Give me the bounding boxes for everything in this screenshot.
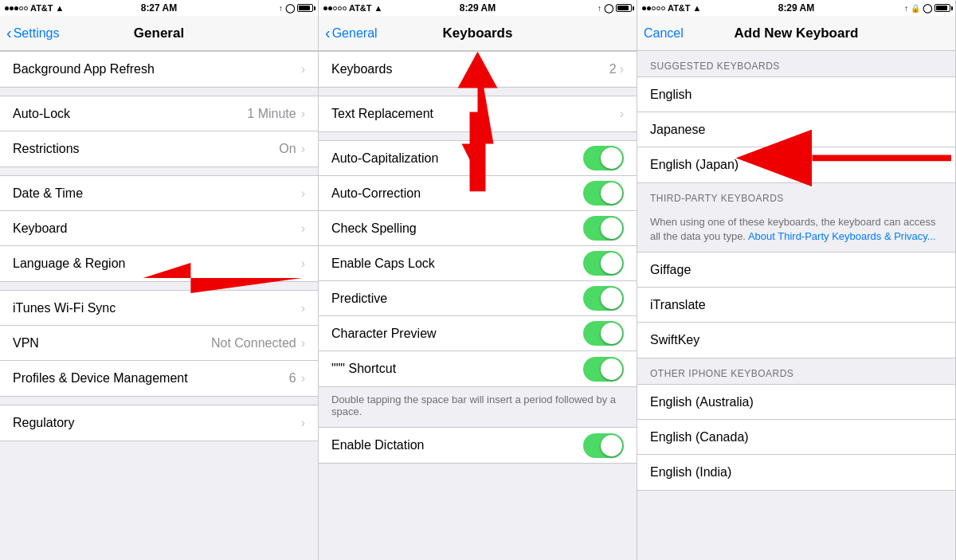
nav-bar-1: ‹ Settings General	[0, 16, 318, 51]
row-keyboard[interactable]: Keyboard ›	[0, 211, 318, 246]
row-english-canada[interactable]: English (Canada)	[637, 420, 955, 455]
row-date-time[interactable]: Date & Time ›	[0, 176, 318, 211]
nav-back-1[interactable]: ‹ Settings	[6, 25, 59, 41]
chevron-1c: ›	[301, 142, 305, 156]
row-caps-lock[interactable]: Enable Caps Lock	[319, 246, 637, 281]
row-giffage[interactable]: Giffage	[637, 253, 955, 288]
table-group-1c: Date & Time › Keyboard › Language & Regi…	[0, 175, 318, 282]
toggle-auto-cap[interactable]	[583, 146, 624, 170]
table-group-1b: Auto-Lock 1 Minute › Restrictions On ›	[0, 96, 318, 167]
chevron-2b: ›	[620, 107, 624, 121]
panel-keyboards: AT&T ▲ 8:29 AM ↑ ◯ ‹ General Keyboards K…	[319, 0, 637, 560]
toggle-knob-dictation	[601, 435, 622, 456]
status-time-2: 8:29 AM	[319, 2, 637, 14]
suggested-header: SUGGESTED KEYBOARDS	[637, 51, 955, 76]
gap-2b	[319, 132, 637, 140]
back-chevron-2: ‹	[325, 25, 331, 41]
chevron-1b: ›	[301, 107, 305, 121]
row-language-region[interactable]: Language & Region ›	[0, 246, 318, 281]
chevron-1h: ›	[301, 336, 305, 350]
row-itranslate[interactable]: iTranslate	[637, 288, 955, 323]
toggle-knob-check-spelling	[601, 217, 622, 239]
chevron-1j: ›	[301, 416, 305, 430]
toggle-knob-character-preview	[601, 323, 622, 344]
content-3: SUGGESTED KEYBOARDS English Japanese Eng…	[637, 51, 955, 560]
battery-fill-2	[617, 6, 629, 10]
battery-1	[297, 4, 313, 12]
row-english-japan[interactable]: English (Japan)	[637, 147, 955, 182]
toggle-auto-correction[interactable]	[583, 181, 624, 206]
row-swiftkey[interactable]: SwiftKey	[637, 323, 955, 358]
row-auto-cap[interactable]: Auto-Capitalization	[319, 141, 637, 176]
toggle-shortcut[interactable]	[583, 357, 624, 382]
nav-bar-3: Cancel Add New Keyboard	[637, 16, 955, 51]
gap-1b	[0, 167, 318, 175]
row-english[interactable]: English	[637, 77, 955, 112]
row-english-australia[interactable]: English (Australia)	[637, 385, 955, 420]
panel-add-keyboard: AT&T ▲ 8:29 AM ↑ 🔒 ◯ Cancel Add New Keyb…	[637, 0, 956, 560]
gap-1a	[0, 88, 318, 96]
toggle-knob-shortcut	[601, 358, 622, 380]
row-shortcut[interactable]: """ Shortcut	[319, 351, 637, 386]
status-bar-2: AT&T ▲ 8:29 AM ↑ ◯	[319, 0, 637, 16]
status-bar-3: AT&T ▲ 8:29 AM ↑ 🔒 ◯	[637, 0, 955, 16]
row-restrictions[interactable]: Restrictions On ›	[0, 131, 318, 166]
chevron-1f: ›	[301, 257, 305, 271]
row-profiles[interactable]: Profiles & Device Management 6 ›	[0, 361, 318, 396]
back-chevron-1: ‹	[6, 25, 12, 41]
toggle-knob-predictive	[601, 288, 622, 309]
row-background-app-refresh[interactable]: Background App Refresh ›	[0, 52, 318, 87]
row-enable-dictation[interactable]: Enable Dictation	[319, 428, 637, 463]
row-vpn[interactable]: VPN Not Connected ›	[0, 326, 318, 361]
chevron-1a: ›	[301, 62, 305, 76]
toggle-check-spelling[interactable]	[583, 216, 624, 241]
content-1: Background App Refresh › Auto-Lock 1 Min…	[0, 51, 318, 560]
table-group-1a: Background App Refresh ›	[0, 51, 318, 88]
battery-fill-3	[936, 6, 947, 10]
row-keyboards-count[interactable]: Keyboards 2 ›	[319, 52, 637, 87]
toggle-predictive[interactable]	[583, 286, 624, 311]
row-auto-lock[interactable]: Auto-Lock 1 Minute ›	[0, 96, 318, 131]
nav-title-1: General	[134, 25, 184, 41]
nav-cancel-3[interactable]: Cancel	[644, 26, 684, 41]
gap-2a	[319, 88, 637, 96]
back-label-2[interactable]: General	[332, 26, 378, 41]
third-party-note: When using one of these keyboards, the k…	[637, 209, 955, 252]
table-group-2c: Auto-Capitalization Auto-Correction Chec…	[319, 140, 637, 387]
status-time-3: 8:29 AM	[637, 2, 955, 14]
toggle-character-preview[interactable]	[583, 321, 624, 346]
row-japanese[interactable]: Japanese	[637, 112, 955, 147]
content-2: Keyboards 2 › Text Replacement › Auto-Ca…	[319, 51, 637, 560]
third-party-link[interactable]: About Third-Party Keyboards & Privacy...	[748, 230, 936, 242]
table-group-1e: Regulatory ›	[0, 405, 318, 441]
gap-1d	[0, 397, 318, 405]
row-auto-correction[interactable]: Auto-Correction	[319, 176, 637, 211]
table-group-3b: Giffage iTranslate SwiftKey	[637, 252, 955, 358]
battery-2	[616, 4, 632, 12]
table-group-2d: Enable Dictation	[319, 427, 637, 464]
row-predictive[interactable]: Predictive	[319, 281, 637, 316]
nav-title-2: Keyboards	[443, 25, 513, 41]
status-bar-1: AT&T ▲ 8:27 AM ↑ ◯	[0, 0, 318, 16]
row-check-spelling[interactable]: Check Spelling	[319, 211, 637, 246]
toggle-dictation[interactable]	[583, 433, 624, 458]
row-itunes-wifi[interactable]: iTunes Wi-Fi Sync ›	[0, 291, 318, 326]
back-label-1[interactable]: Settings	[14, 26, 60, 41]
battery-3	[934, 4, 950, 12]
keyboards-badge: 2	[609, 62, 617, 76]
chevron-1g: ›	[301, 301, 305, 315]
chevron-1i: ›	[301, 371, 305, 386]
toggle-caps-lock[interactable]	[583, 251, 624, 276]
status-time-1: 8:27 AM	[0, 2, 318, 14]
chevron-1e: ›	[301, 221, 305, 236]
row-english-india[interactable]: English (India)	[637, 455, 955, 490]
row-regulatory[interactable]: Regulatory ›	[0, 405, 318, 441]
gap-1c	[0, 282, 318, 290]
toggle-knob-caps-lock	[601, 253, 622, 274]
table-group-3a: English Japanese English (Japan)	[637, 76, 955, 183]
chevron-2a: ›	[620, 62, 624, 76]
nav-title-3: Add New Keyboard	[735, 25, 859, 41]
nav-back-2[interactable]: ‹ General	[325, 25, 378, 41]
row-text-replacement[interactable]: Text Replacement ›	[319, 96, 637, 131]
row-character-preview[interactable]: Character Preview	[319, 316, 637, 351]
